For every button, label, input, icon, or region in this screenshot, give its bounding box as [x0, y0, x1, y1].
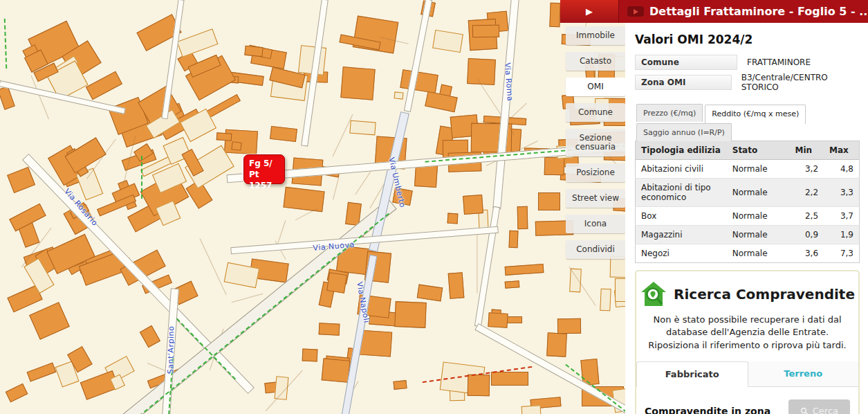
tab-prezzo[interactable]: Prezzo (€/mq) — [636, 104, 703, 122]
map-building — [570, 268, 582, 291]
map-building — [340, 66, 376, 100]
col-tipologia: Tipologia edilizia — [636, 141, 727, 160]
parcel-marker[interactable]: Fg 5/ Pt 1257 — [243, 154, 285, 184]
map-building — [321, 358, 349, 383]
cell-tipologia: Abitazioni civili — [636, 160, 727, 179]
map-building — [140, 325, 160, 348]
parcel-line — [333, 114, 353, 156]
col-min: Min — [790, 141, 824, 160]
map-building — [176, 28, 218, 57]
map-building — [557, 318, 581, 334]
map-building — [538, 192, 560, 210]
sidebar-item-icona[interactable]: Icona — [566, 215, 625, 233]
omi-tab-bar: Prezzo (€/mq)Reddito (€/mq x mese)Saggio… — [635, 103, 860, 141]
map-building — [394, 91, 404, 100]
map-building — [491, 372, 528, 386]
header-title-bar: Dettagli Frattaminore - Foglio 5 - ... — [619, 0, 868, 23]
map-building — [270, 125, 297, 141]
map-building — [549, 3, 560, 27]
parcel-line — [200, 238, 227, 295]
map-building — [463, 195, 483, 215]
street-label: Sant'Arpino — [166, 326, 176, 375]
map-building — [447, 273, 464, 299]
parcel-line — [277, 220, 286, 244]
cell-min: 0,9 — [790, 226, 824, 244]
map-building — [468, 375, 490, 396]
col-max: Max — [824, 141, 859, 160]
cell-min: 2,2 — [790, 179, 824, 207]
map-building — [504, 281, 519, 289]
ricerca-compravendite-box: Ricerca Compravendite Non è stato possib… — [635, 270, 860, 414]
table-row: Magazzini Normale 0,9 1,9 — [636, 226, 860, 244]
map-building — [394, 380, 407, 390]
map-building — [245, 45, 264, 56]
cell-tipologia: Abitazioni di tipo economico — [636, 179, 727, 207]
zona-omi-label: Zona OMI — [635, 75, 732, 90]
zone-label: Compravendite in zona — [645, 406, 770, 414]
cell-max: 7,3 — [824, 244, 859, 263]
tab-reddito[interactable]: Reddito (€/mq x mese) — [705, 105, 806, 124]
sidebar-item-comune[interactable]: Comune — [566, 103, 625, 122]
map-building — [472, 25, 499, 38]
map-building — [517, 206, 528, 229]
play-arrow-icon: ▶ — [586, 6, 593, 17]
parcel-line — [477, 231, 477, 294]
sidebar-item-posizione[interactable]: Posizione — [566, 163, 625, 182]
cell-stato: Normale — [727, 226, 790, 244]
cell-tipologia: Box — [636, 207, 727, 226]
map-building — [468, 58, 497, 85]
table-header-row: Tipologia edilizia Stato Min Max — [636, 141, 860, 160]
cell-tipologia: Magazzini — [636, 226, 727, 244]
map-building — [614, 278, 626, 302]
page-title: Dettagli Frattaminore - Foglio 5 - ... — [649, 5, 868, 18]
marker-line2: Pt 1257 — [249, 169, 284, 191]
map-building — [509, 231, 519, 248]
tab-saggio-annuo[interactable]: Saggio annuo (I=R/P) — [636, 123, 732, 141]
ricerca-error-message: Non è stato possibile recuperare i dati … — [645, 314, 850, 352]
parcel-line — [231, 294, 263, 303]
map-building — [29, 302, 70, 340]
cell-stato: Normale — [727, 244, 790, 263]
cerca-button[interactable]: Cerca — [788, 399, 850, 414]
table-row: Abitazioni di tipo economico Normale 2,2… — [636, 179, 860, 207]
omi-panel: Valori OMI 2024/2 Comune FRATTAMINORE Zo… — [625, 23, 868, 414]
cerca-button-label: Cerca — [813, 406, 838, 414]
cell-stato: Normale — [727, 207, 790, 226]
tab-fabbricato[interactable]: Fabbricato — [636, 361, 748, 387]
detail-header: ▶ Dettagli Frattaminore - Foglio 5 - ... — [560, 0, 868, 23]
cell-max: 1,9 — [824, 226, 859, 244]
map-building — [544, 156, 564, 174]
map-building — [521, 405, 541, 414]
map-canvas[interactable]: Via Rosario Sant'Arpino Via Umberto Via … — [0, 0, 626, 414]
cell-min: 3,6 — [790, 244, 824, 263]
map-sidebar: Immobile Catasto OMI Comune Sezione cens… — [566, 26, 625, 266]
map-building — [86, 71, 122, 100]
sidebar-item-catasto[interactable]: Catasto — [566, 52, 625, 71]
map-building — [318, 323, 340, 336]
sidebar-item-sezione-censuaria[interactable]: Sezione censuaria — [566, 129, 625, 156]
table-row: Negozi Normale 3,6 7,3 — [636, 244, 860, 263]
sidebar-item-omi[interactable]: OMI — [566, 78, 625, 96]
map-building — [283, 186, 324, 211]
field-row-zona-omi: Zona OMI B3/Centrale/CENTRO STORICO — [635, 73, 860, 92]
sidebar-item-condividi[interactable]: Condividi — [566, 240, 625, 259]
map-building — [600, 289, 611, 312]
tab-terreno[interactable]: Terreno — [748, 361, 859, 387]
zona-omi-value: B3/Centrale/CENTRO STORICO — [732, 73, 860, 92]
parcel-line — [31, 75, 49, 119]
map-building — [302, 348, 317, 361]
ricerca-title: Ricerca Compravendite — [674, 286, 855, 303]
map-building — [425, 91, 458, 112]
zone-search-row: Compravendite in zona Cerca — [636, 387, 858, 414]
map-boundary-line — [4, 19, 8, 69]
map-boundary-line — [141, 156, 142, 199]
map-building — [432, 30, 463, 53]
cell-min: 3,2 — [790, 160, 824, 179]
app-window: Via Rosario Sant'Arpino Via Umberto Via … — [0, 0, 868, 414]
collapse-panel-button[interactable]: ▶ — [560, 0, 619, 23]
table-row: Box Normale 2,5 3,7 — [636, 207, 860, 226]
sidebar-item-immobile[interactable]: Immobile — [566, 26, 625, 45]
cell-stato: Normale — [727, 179, 790, 207]
map-building — [488, 312, 508, 328]
sidebar-item-street-view[interactable]: Street view — [566, 189, 625, 208]
